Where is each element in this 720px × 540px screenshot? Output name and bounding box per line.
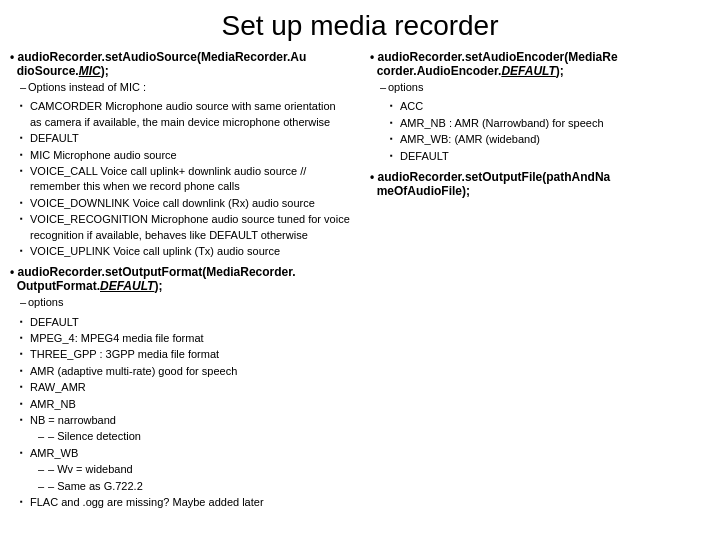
list-item: VOICE_UPLINK Voice call uplink (Tx) audi…: [20, 244, 350, 259]
left-column: • audioRecorder.setAudioSource(MediaReco…: [10, 50, 355, 514]
list-item: VOICE_RECOGNITION Microphone audio sourc…: [20, 212, 350, 243]
list-item: MIC Microphone audio source: [20, 148, 350, 163]
list-item: – Silence detection: [20, 429, 350, 444]
list-item: AMR (adaptive multi-rate) good for speec…: [20, 364, 350, 379]
list-item: – Wv = wideband: [20, 462, 350, 477]
page-title: Set up media recorder: [0, 0, 720, 50]
list-item: THREE_GPP : 3GPP media file format: [20, 347, 350, 362]
right-column: • audioRecorder.setAudioEncoder(MediaRe …: [365, 50, 710, 514]
section2-title: • audioRecorder.setOutputFormat(MediaRec…: [10, 265, 350, 293]
right-section1-options-label: options: [380, 80, 710, 95]
list-item: DEFAULT: [380, 149, 710, 164]
list-item: DEFAULT: [20, 315, 350, 330]
section1-title: • audioRecorder.setAudioSource(MediaReco…: [10, 50, 350, 78]
list-item: CAMCORDER Microphone audio source with s…: [20, 99, 350, 130]
section1-bullets: CAMCORDER Microphone audio source with s…: [10, 99, 350, 259]
list-item: VOICE_CALL Voice call uplink+ downlink a…: [20, 164, 350, 195]
list-item: RAW_AMR: [20, 380, 350, 395]
list-item: – Same as G.722.2: [20, 479, 350, 494]
list-item: AMR_WB: (AMR (wideband): [380, 132, 710, 147]
list-item: FLAC and .ogg are missing? Maybe added l…: [20, 495, 350, 510]
list-item: MPEG_4: MPEG4 media file format: [20, 331, 350, 346]
section2-options-label: options: [20, 295, 350, 310]
right-section1-title: • audioRecorder.setAudioEncoder(MediaRe …: [370, 50, 710, 78]
list-item: VOICE_DOWNLINK Voice call downlink (Rx) …: [20, 196, 350, 211]
list-item: ACC: [380, 99, 710, 114]
list-item: AMR_NB : AMR (Narrowband) for speech: [380, 116, 710, 131]
list-item: DEFAULT: [20, 131, 350, 146]
section1-options-label: Options instead of MIC :: [20, 80, 350, 95]
section2-bullets: DEFAULTMPEG_4: MPEG4 media file formatTH…: [10, 315, 350, 511]
right-section1-bullets: ACCAMR_NB : AMR (Narrowband) for speechA…: [370, 99, 710, 164]
list-item: AMR_WB: [20, 446, 350, 461]
right-section2-title: • audioRecorder.setOutputFile(pathAndNa …: [370, 170, 710, 198]
list-item: NB = narrowband: [20, 413, 350, 428]
list-item: AMR_NB: [20, 397, 350, 412]
